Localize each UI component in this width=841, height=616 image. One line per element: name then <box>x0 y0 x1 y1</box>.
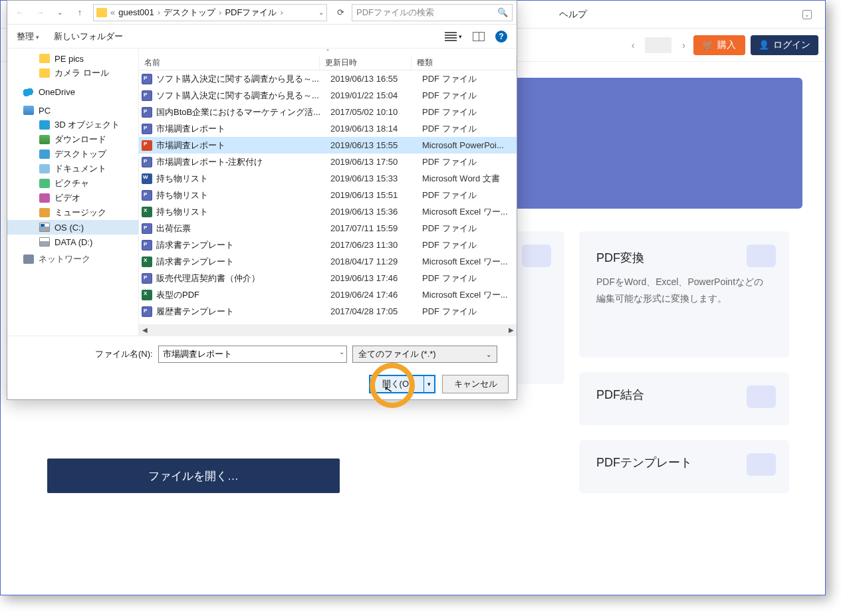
card-convert[interactable]: PDF変換 PDFをWord、Excel、PowerPointなどの編集可能な形… <box>579 231 789 358</box>
buy-button[interactable]: 購入 <box>693 35 745 55</box>
desk-icon <box>39 150 50 159</box>
tree-node[interactable]: ダウンロード <box>7 132 138 147</box>
vid-icon <box>39 193 50 203</box>
col-name[interactable]: 名前 <box>139 55 320 70</box>
tree-node[interactable]: DATA (D:) <box>7 235 138 249</box>
card-template-icon <box>747 453 776 476</box>
dl-icon <box>39 135 50 144</box>
preview-pane-icon[interactable] <box>473 32 485 41</box>
file-row[interactable]: 表型のPDF2019/06/24 17:46Microsoft Excel ワー… <box>139 286 517 303</box>
file-list[interactable]: ˆ 名前 更新日時 種類 ソフト購入決定に関する調査から見る～...2019/0… <box>139 49 517 336</box>
tree-node[interactable]: ピクチャ <box>7 176 138 191</box>
search-input[interactable]: PDFファイルの検索 🔍 <box>352 4 513 21</box>
pdf-file-icon <box>142 223 152 234</box>
xls-file-icon <box>142 290 152 300</box>
cancel-button[interactable]: キャンセル <box>442 375 509 393</box>
file-row[interactable]: 国内BtoB企業におけるマーケティング活...2017/05/02 10:10P… <box>139 104 517 120</box>
card-merge[interactable]: PDF結合 <box>579 372 789 425</box>
file-row[interactable]: 持ち物リスト2019/06/13 15:51PDF ファイル <box>139 187 517 203</box>
file-row[interactable]: 請求書テンプレート2017/06/23 11:30PDF ファイル <box>139 237 517 253</box>
card-convert-title: PDF変換 <box>596 250 772 266</box>
tree-node[interactable]: ドキュメント <box>7 161 138 176</box>
pdf-file-icon <box>142 124 152 134</box>
file-row[interactable]: 販売代理店契約書（仲介）2019/06/13 17:46PDF ファイル <box>139 270 517 286</box>
pdf-file-icon <box>142 190 152 201</box>
net-icon <box>23 255 34 264</box>
new-folder-button[interactable]: 新しいフォルダー <box>54 31 123 43</box>
pdf-file-icon <box>142 240 152 251</box>
tree-node[interactable]: ビデオ <box>7 191 138 205</box>
tree-node[interactable]: OS (C:) <box>7 220 138 235</box>
onedrive-icon <box>23 87 34 96</box>
pic-icon <box>39 179 50 188</box>
folder-icon <box>39 54 50 63</box>
open-file-button[interactable]: ファイルを開く… <box>47 459 340 493</box>
view-mode-icon[interactable]: ▾ <box>445 32 462 41</box>
folder-tree[interactable]: PE picsカメラ ロールOneDrivePC3D オブジェクトダウンロードデ… <box>7 49 139 336</box>
file-row[interactable]: 市場調査レポート-注釈付け2019/06/13 17:50PDF ファイル <box>139 154 517 170</box>
col-date[interactable]: 更新日時 <box>320 55 412 70</box>
tree-node[interactable]: OneDrive <box>7 84 138 99</box>
titlebar-caret-icon[interactable]: ⌄ <box>802 10 812 19</box>
h-scrollbar[interactable]: ◀▶ <box>139 324 517 336</box>
organize-menu[interactable]: 整理▾ <box>17 31 39 43</box>
crumb-1[interactable]: デスクトップ <box>161 7 218 19</box>
filetype-filter[interactable]: 全てのファイル (*.*)⌄ <box>352 346 497 363</box>
file-row[interactable]: 履歴書テンプレート2017/04/28 17:05PDF ファイル <box>139 303 517 320</box>
xls-file-icon <box>142 207 152 217</box>
pdf-file-icon <box>142 157 152 167</box>
pager-next-icon[interactable]: › <box>679 40 688 51</box>
search-icon: 🔍 <box>497 7 508 17</box>
file-row[interactable]: 市場調査レポート2019/06/13 18:14PDF ファイル <box>139 120 517 137</box>
crumb-0[interactable]: guest001 <box>116 7 157 17</box>
file-row[interactable]: 出荷伝票2017/07/11 15:59PDF ファイル <box>139 220 517 237</box>
col-type[interactable]: 種類 <box>412 55 517 70</box>
crumb-2[interactable]: PDFファイル <box>222 7 279 19</box>
tree-node[interactable]: PC <box>7 103 138 118</box>
tree-node[interactable]: 3D オブジェクト <box>7 118 138 132</box>
address-bar[interactable]: « guest001 › デスクトップ › PDFファイル › ⌄ <box>93 4 327 21</box>
pdf-file-icon <box>142 273 152 284</box>
nav-back-icon[interactable]: ← <box>11 4 29 21</box>
tree-node[interactable]: カメラ ロール <box>7 66 138 80</box>
help-icon[interactable]: ? <box>495 31 507 43</box>
nav-up-icon[interactable]: ↑ <box>71 4 88 21</box>
ppt-file-icon <box>142 140 152 151</box>
file-row[interactable]: 持ち物リスト2019/06/13 15:36Microsoft Excel ワー… <box>139 203 517 220</box>
file-row[interactable]: 持ち物リスト2019/06/13 15:33Microsoft Word 文書 <box>139 170 517 187</box>
drive-icon <box>39 223 50 232</box>
nav-forward-icon[interactable]: → <box>31 4 49 21</box>
menu-help[interactable]: ヘルプ <box>559 9 587 21</box>
file-row[interactable]: 請求書テンプレート2018/04/17 11:29Microsoft Excel… <box>139 253 517 270</box>
open-button[interactable]: 開く(O) ▾ <box>369 375 435 393</box>
tree-node[interactable]: PE pics <box>7 51 138 66</box>
pdf-file-icon <box>142 90 152 101</box>
refresh-icon[interactable]: ⟳ <box>332 4 349 21</box>
pdf-file-icon <box>142 107 152 118</box>
login-button[interactable]: ログイン <box>751 35 818 55</box>
doc-icon <box>39 164 50 173</box>
filename-label: ファイル名(N): <box>95 348 153 360</box>
pdf-file-icon <box>142 74 152 84</box>
card-template[interactable]: PDFテンプレート <box>579 440 789 493</box>
list-header[interactable]: 名前 更新日時 種類 <box>139 55 517 70</box>
tree-node[interactable]: ネットワーク <box>7 255 138 264</box>
file-row[interactable]: ソフト購入決定に関する調査から見る～...2019/01/22 15:04PDF… <box>139 87 517 104</box>
music-icon <box>39 208 50 217</box>
nav-recent-icon[interactable]: ⌄ <box>51 4 68 21</box>
card-batch-icon <box>522 245 551 267</box>
word-file-icon <box>142 173 152 184</box>
obj3d-icon <box>39 120 50 130</box>
file-row[interactable]: ソフト購入決定に関する調査から見る～...2019/06/13 16:55PDF… <box>139 70 517 87</box>
pager-prev-icon[interactable]: ‹ <box>629 40 638 51</box>
file-open-dialog: ← → ⌄ ↑ « guest001 › デスクトップ › PDFファイル › … <box>7 0 517 400</box>
tree-node[interactable]: ミュージック <box>7 205 138 220</box>
xls-file-icon <box>142 257 152 267</box>
folder-icon <box>39 68 50 78</box>
filename-input[interactable] <box>158 346 347 363</box>
pager-field[interactable] <box>645 37 671 53</box>
tree-node[interactable]: デスクトップ <box>7 147 138 161</box>
drive-icon <box>39 237 50 247</box>
file-row[interactable]: 市場調査レポート2019/06/13 15:55Microsoft PowerP… <box>139 137 517 154</box>
dialog-footer: ファイル名(N): ⌄ 全てのファイル (*.*)⌄ 開く(O) ▾ キャンセル <box>7 336 517 399</box>
